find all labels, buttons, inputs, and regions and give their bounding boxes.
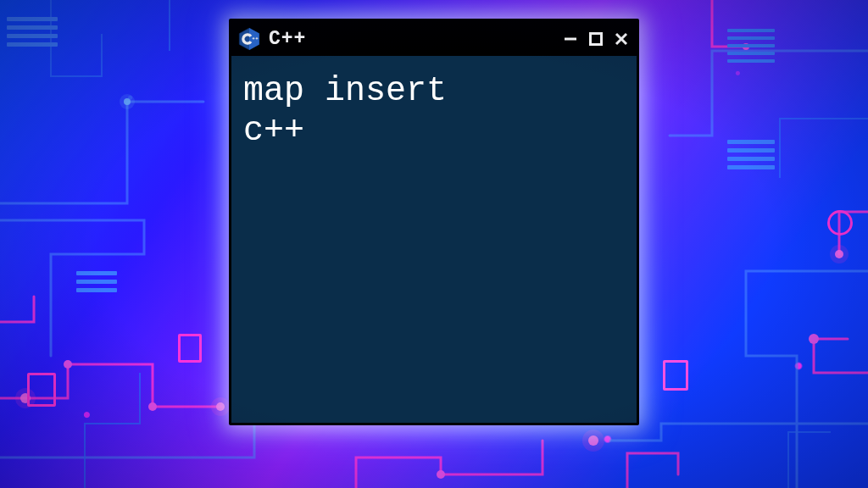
svg-rect-18: [253, 36, 254, 39]
decor-bars: [727, 29, 775, 63]
svg-rect-22: [591, 33, 602, 44]
decor-chip: [178, 334, 202, 363]
decor-bars: [76, 271, 117, 305]
decor-ring: [827, 210, 853, 236]
decor-chip: [663, 360, 688, 391]
terminal-window: C++ map insertc++: [229, 19, 639, 425]
maximize-button[interactable]: [587, 30, 604, 47]
decor-bars: [727, 140, 775, 174]
cpp-icon: [236, 26, 262, 52]
decor-chip: [27, 373, 56, 407]
terminal-body: map insertc++: [231, 56, 637, 166]
window-controls: [562, 30, 630, 47]
window-title: C++: [269, 28, 306, 50]
minimize-button[interactable]: [562, 30, 579, 47]
close-button[interactable]: [613, 30, 630, 47]
svg-rect-20: [257, 36, 258, 39]
titlebar[interactable]: C++: [231, 21, 637, 56]
terminal-line: map insert: [243, 71, 625, 111]
decor-bars: [7, 17, 58, 51]
svg-marker-16: [249, 28, 259, 50]
terminal-line: c++: [243, 111, 625, 151]
